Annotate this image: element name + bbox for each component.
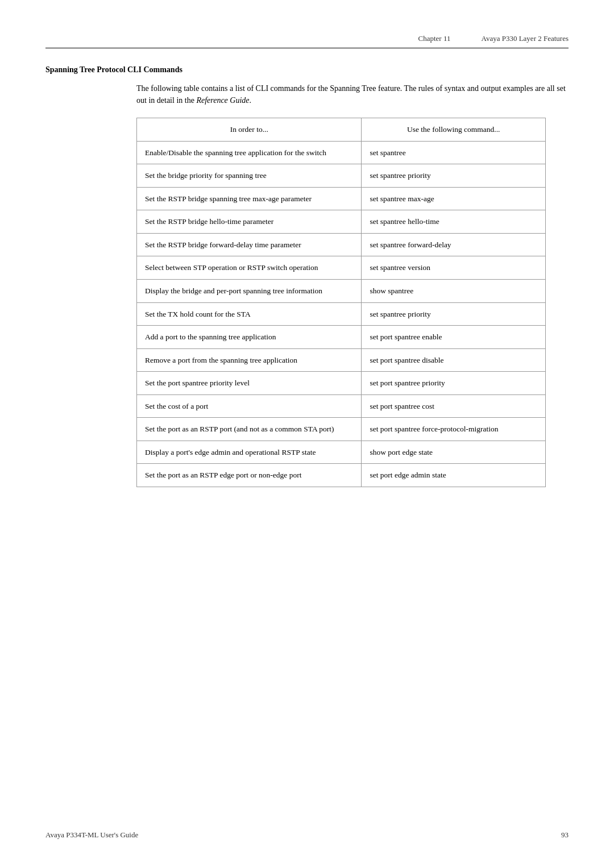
table-cell-description: Set the TX hold count for the STA [137,302,362,326]
table-cell-description: Set the cost of a port [137,394,362,418]
table-cell-description: Display the bridge and per-port spanning… [137,279,362,302]
table-row: Set the bridge priority for spanning tre… [137,164,546,188]
intro-italic: Reference Guide [196,96,249,105]
table-row: Set the port as an RSTP edge port or non… [137,464,546,487]
header-separator [462,34,470,43]
table-cell-command: set spantree priority [362,164,546,188]
footer-right: 93 [561,830,569,840]
table-row: Set the RSTP bridge forward-delay time p… [137,233,546,256]
footer-left: Avaya P334T-ML User's Guide [45,830,138,840]
table-row: Set the TX hold count for the STAset spa… [137,302,546,326]
intro-paragraph: The following table contains a list of C… [136,82,569,106]
table-header-row: In order to... Use the following command… [137,118,546,142]
table-cell-description: Set the port as an RSTP port (and not as… [137,418,362,441]
table-row: Enable/Disable the spanning tree applica… [137,141,546,164]
table-row: Set the cost of a portset port spantree … [137,394,546,418]
table-row: Remove a port from the spanning tree app… [137,348,546,372]
chapter-label: Chapter 11 [418,34,451,43]
table-cell-command: set spantree [362,141,546,164]
table-cell-command: set port edge admin state [362,464,546,487]
table-cell-description: Set the RSTP bridge spanning tree max-ag… [137,187,362,210]
command-table: In order to... Use the following command… [136,118,546,487]
table-cell-command: show spantree [362,279,546,302]
page: Chapter 11 Avaya P330 Layer 2 Features S… [0,0,614,868]
table-cell-command: set port spantree priority [362,372,546,395]
chapter-title: Avaya P330 Layer 2 Features [481,34,569,43]
table-cell-description: Set the bridge priority for spanning tre… [137,164,362,188]
table-cell-command: set spantree version [362,256,546,280]
table-cell-command: set spantree forward-delay [362,233,546,256]
col2-header: Use the following command... [362,118,546,142]
table-cell-description: Select between STP operation or RSTP swi… [137,256,362,280]
table-cell-command: set spantree priority [362,302,546,326]
page-header: Chapter 11 Avaya P330 Layer 2 Features [45,34,569,48]
table-cell-command: set spantree hello-time [362,210,546,234]
table-cell-command: set port spantree force-protocol-migrati… [362,418,546,441]
table-cell-command: show port edge state [362,441,546,464]
section-title: Spanning Tree Protocol CLI Commands [45,65,569,74]
table-row: Select between STP operation or RSTP swi… [137,256,546,280]
page-footer: Avaya P334T-ML User's Guide 93 [45,830,569,840]
table-row: Set the port as an RSTP port (and not as… [137,418,546,441]
table-row: Set the RSTP bridge spanning tree max-ag… [137,187,546,210]
col1-header: In order to... [137,118,362,142]
table-cell-command: set port spantree cost [362,394,546,418]
table-cell-command: set spantree max-age [362,187,546,210]
table-row: Set the RSTP bridge hello-time parameter… [137,210,546,234]
table-cell-description: Add a port to the spanning tree applicat… [137,326,362,349]
table-cell-description: Set the RSTP bridge forward-delay time p… [137,233,362,256]
table-row: Set the port spantree priority levelset … [137,372,546,395]
table-cell-command: set port spantree enable [362,326,546,349]
table-cell-description: Set the port as an RSTP edge port or non… [137,464,362,487]
table-cell-command: set port spantree disable [362,348,546,372]
table-cell-description: Set the port spantree priority level [137,372,362,395]
table-row: Display a port's edge admin and operatio… [137,441,546,464]
table-row: Add a port to the spanning tree applicat… [137,326,546,349]
command-table-container: In order to... Use the following command… [136,118,546,487]
intro-end: . [250,96,252,105]
table-row: Display the bridge and per-port spanning… [137,279,546,302]
table-cell-description: Display a port's edge admin and operatio… [137,441,362,464]
table-cell-description: Set the RSTP bridge hello-time parameter [137,210,362,234]
table-cell-description: Remove a port from the spanning tree app… [137,348,362,372]
table-cell-description: Enable/Disable the spanning tree applica… [137,141,362,164]
